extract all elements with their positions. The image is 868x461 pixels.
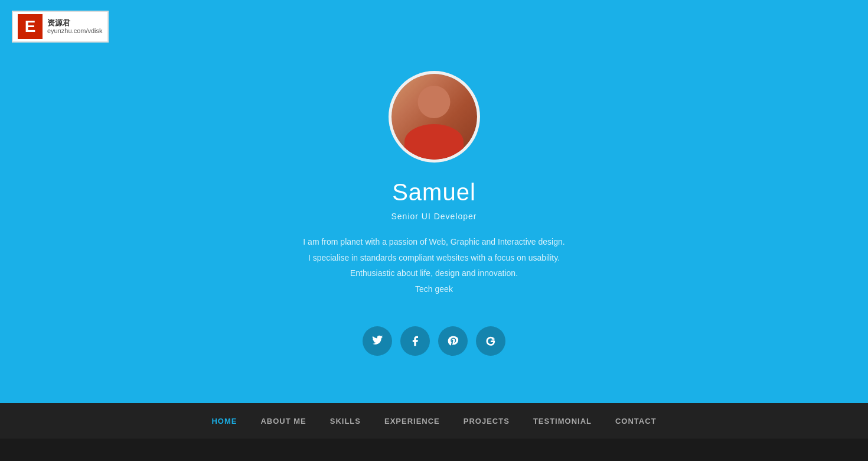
facebook-social-icon[interactable] — [400, 326, 430, 356]
avatar — [391, 74, 477, 160]
nav-item-experience[interactable]: EXPERIENCE — [384, 414, 440, 428]
twitter-social-icon[interactable] — [363, 326, 392, 356]
nav-item-contact[interactable]: CONTACT — [615, 414, 657, 428]
avatar-wrapper — [389, 71, 480, 163]
nav-item-projects[interactable]: PROJECTS — [464, 414, 510, 428]
nav-item-skills[interactable]: SKILLS — [330, 414, 361, 428]
hero-desc-line-2: I specialise in standards compliant webs… — [303, 250, 564, 266]
hero-desc-line-4: Tech geek — [303, 281, 564, 297]
navigation-bar: HOME ABOUT ME SKILLS EXPERIENCE PROJECTS… — [0, 403, 868, 439]
hero-name: Samuel — [392, 179, 476, 206]
nav-item-about[interactable]: ABOUT ME — [260, 414, 306, 428]
watermark-url: eyunzhu.com/vdisk — [47, 27, 103, 35]
social-icons-group — [363, 326, 505, 356]
hero-job-title: Senior UI Developer — [391, 212, 477, 221]
watermark-text-block: 资源君 eyunzhu.com/vdisk — [47, 18, 103, 35]
watermark-e-letter: E — [18, 14, 43, 39]
googleplus-social-icon[interactable] — [476, 326, 505, 356]
hero-desc-line-1: I am from planet with a passion of Web, … — [303, 234, 564, 250]
watermark-title: 资源君 — [47, 18, 103, 28]
nav-item-home[interactable]: HOME — [211, 414, 237, 428]
hero-description: I am from planet with a passion of Web, … — [303, 234, 564, 297]
hero-section: Samuel Senior UI Developer I am from pla… — [0, 0, 868, 403]
hero-desc-line-3: Enthusiastic about life, design and inno… — [303, 265, 564, 281]
pinterest-social-icon[interactable] — [438, 326, 468, 356]
footer-strip — [0, 439, 868, 461]
watermark-logo: E 资源君 eyunzhu.com/vdisk — [12, 11, 109, 43]
nav-item-testimonial[interactable]: TESTIMONIAL — [533, 414, 592, 428]
